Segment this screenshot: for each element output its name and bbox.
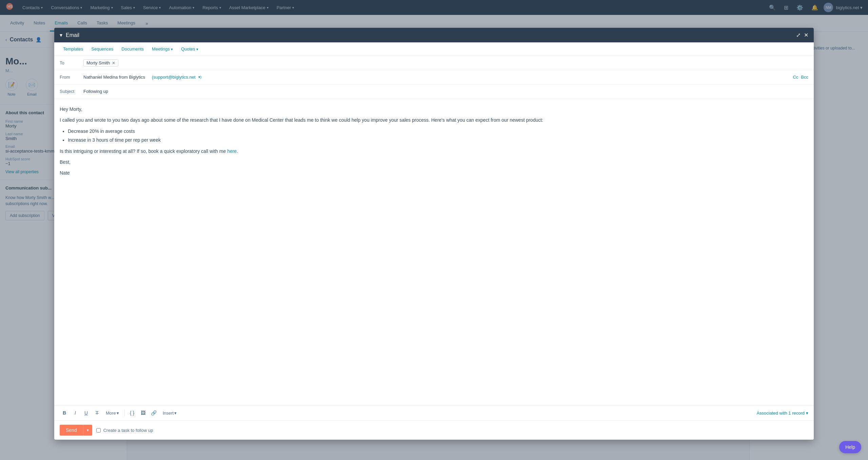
sequences-button[interactable]: Sequences	[88, 45, 117, 53]
modal-header-left: ▾ Email	[60, 32, 79, 38]
follow-up-label: Create a task to follow up	[103, 428, 153, 433]
email-paragraph2-before: Is this intriguing or interesting at all…	[60, 148, 227, 154]
email-paragraph2-after: .	[237, 148, 238, 154]
from-email[interactable]: (support@biglytics.net	[152, 75, 196, 80]
send-button[interactable]: Send	[60, 425, 83, 436]
modal-body: To Morty Smith ✕ From Nathaniel Medina f…	[54, 56, 814, 440]
email-bullet-1: Decrease 20% in average costs	[68, 127, 808, 135]
italic-button[interactable]: I	[71, 408, 80, 418]
strikethrough-button[interactable]: T̶	[92, 408, 102, 418]
from-name: Nathaniel Medina from Biglytics	[83, 75, 145, 80]
code-button[interactable]: { }	[127, 408, 137, 418]
email-paragraph2: Is this intriguing or interesting at all…	[60, 147, 808, 155]
expand-icon[interactable]: ⤢	[796, 32, 801, 38]
from-email-arrow-icon[interactable]: ▾)	[198, 75, 202, 79]
format-bar: B I U T̶ More ▾ { } 🖼 🔗 Insert ▾ Associa…	[54, 405, 814, 420]
email-bullet-list: Decrease 20% in average costs Increase i…	[68, 127, 808, 144]
associated-record-label: Associated with 1 record	[756, 411, 805, 416]
to-value: Morty Smith ✕	[83, 59, 808, 66]
documents-button[interactable]: Documents	[118, 45, 147, 53]
underline-button[interactable]: U	[81, 408, 91, 418]
more-format-button[interactable]: More ▾	[103, 409, 122, 417]
associated-record[interactable]: Associated with 1 record ▾	[756, 411, 808, 416]
associated-chevron-icon: ▾	[806, 411, 808, 416]
modal-header-actions: ⤢ ✕	[796, 32, 808, 38]
format-divider	[124, 409, 125, 416]
quotes-button[interactable]: Quotes	[178, 45, 202, 53]
modal-header: ▾ Email ⤢ ✕	[54, 28, 814, 42]
cc-button[interactable]: Cc	[793, 75, 798, 80]
email-compose-modal: ▾ Email ⤢ ✕ Templates Sequences Document…	[54, 28, 814, 440]
collapse-icon[interactable]: ▾	[60, 32, 62, 38]
from-field-row: From Nathaniel Medina from Biglytics (su…	[54, 70, 814, 84]
insert-chevron-icon: ▾	[174, 411, 177, 416]
meetings-button[interactable]: Meetings	[149, 45, 176, 53]
cc-bcc-actions: Cc Bcc	[793, 75, 808, 80]
send-dropdown-button[interactable]: ▾	[83, 425, 92, 436]
to-label: To	[60, 60, 83, 65]
image-button[interactable]: 🖼	[138, 408, 148, 418]
subject-value[interactable]: Following up	[83, 89, 808, 94]
remove-recipient-button[interactable]: ✕	[112, 61, 115, 65]
modal-title: Email	[66, 32, 79, 38]
email-greeting: Hey Morty,	[60, 105, 808, 113]
email-paragraph1: I called you and wrote to you two days a…	[60, 116, 808, 124]
more-chevron-icon: ▾	[117, 411, 119, 416]
recipient-name: Morty Smith	[86, 60, 110, 65]
insert-button[interactable]: Insert ▾	[160, 409, 180, 417]
templates-button[interactable]: Templates	[60, 45, 86, 53]
from-label: From	[60, 75, 83, 80]
modal-toolbar: Templates Sequences Documents Meetings Q…	[54, 42, 814, 56]
bcc-button[interactable]: Bcc	[801, 75, 808, 80]
help-button[interactable]: Help	[839, 441, 861, 453]
close-icon[interactable]: ✕	[804, 32, 808, 38]
email-sign-off: Best,	[60, 158, 808, 166]
email-sender-name: Nate	[60, 169, 808, 177]
recipient-tag: Morty Smith ✕	[83, 59, 118, 66]
send-bar: Send ▾ Create a task to follow up	[54, 420, 814, 440]
email-bullet-2: Increase in 3 hours of time per rep per …	[68, 136, 808, 144]
email-body[interactable]: Hey Morty, I called you and wrote to you…	[54, 99, 814, 405]
subject-field-row: Subject Following up	[54, 84, 814, 99]
bold-button[interactable]: B	[60, 408, 69, 418]
link-button[interactable]: 🔗	[149, 408, 159, 418]
follow-up-checkbox-input[interactable]	[96, 428, 101, 433]
follow-up-checkbox[interactable]: Create a task to follow up	[96, 428, 153, 433]
subject-label: Subject	[60, 89, 83, 94]
send-button-group: Send ▾	[60, 425, 92, 436]
email-here-link[interactable]: here	[227, 148, 237, 154]
to-field-row: To Morty Smith ✕	[54, 56, 814, 70]
from-value: Nathaniel Medina from Biglytics (support…	[83, 75, 793, 80]
